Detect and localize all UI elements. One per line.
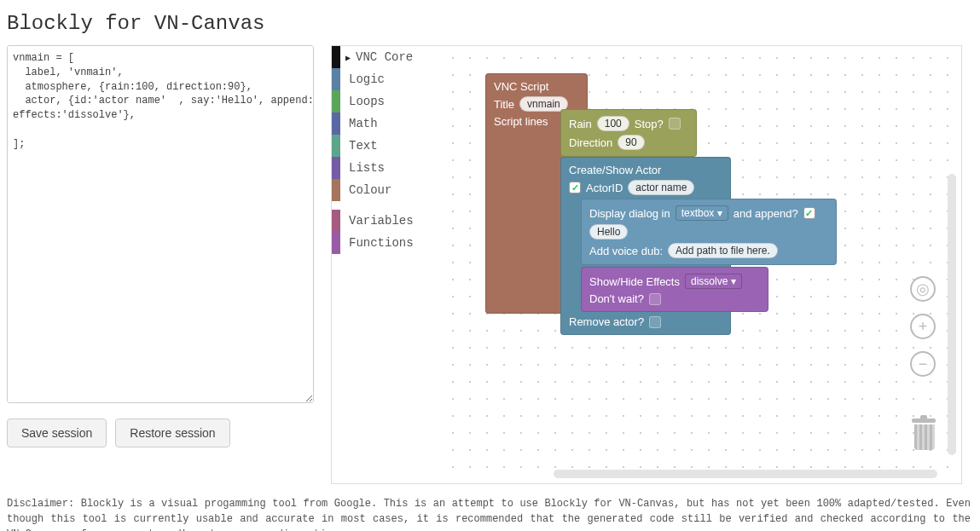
create-actor-label: Create/Show Actor [569, 164, 661, 176]
stop-label: Stop? [635, 118, 664, 130]
category-loops[interactable]: Loops [332, 90, 441, 113]
workspace-scrollbar-vertical[interactable] [948, 174, 956, 455]
dialog-target-dropdown[interactable]: textbox ▾ [676, 205, 728, 221]
page-title: Blockly for VN-Canvas [7, 12, 973, 35]
category-logic[interactable]: Logic [332, 68, 441, 90]
title-label: Title [494, 98, 514, 111]
voice-label: Add voice dub: [589, 245, 663, 257]
blockly-workspace[interactable]: VNC Core Logic Loops Math Text Lists Col… [331, 45, 962, 484]
block-dialog[interactable]: Display dialog in textbox ▾ and append? … [581, 199, 837, 265]
voice-field[interactable]: Add path to file here. [668, 243, 778, 258]
effects-dropdown[interactable]: dissolve ▾ [685, 274, 742, 289]
category-vnc-core[interactable]: VNC Core [332, 46, 441, 68]
direction-field[interactable]: 90 [618, 135, 644, 150]
disclaimer-text: Disclaimer: Blockly is a visual progammi… [7, 496, 971, 531]
zoom-center-icon[interactable]: ◎ [910, 276, 936, 302]
trash-icon[interactable] [912, 418, 937, 453]
say-field[interactable]: Hello [589, 224, 628, 240]
category-text[interactable]: Text [332, 135, 441, 157]
save-session-button[interactable]: Save session [7, 418, 107, 447]
block-atmosphere[interactable]: Rain 100 Stop? Direction 90 [560, 109, 697, 157]
remove-actor-checkbox[interactable] [649, 316, 661, 328]
zoom-out-icon[interactable]: − [910, 351, 936, 377]
generated-code-textarea[interactable] [7, 45, 314, 403]
dont-wait-checkbox[interactable] [649, 293, 661, 305]
dont-wait-label: Don't wait? [589, 292, 644, 305]
effects-label: Show/Hide Effects [589, 275, 680, 288]
block-actor[interactable]: Create/Show Actor ✓ ActorID actor name D… [560, 157, 731, 335]
zoom-controls: ◎ + − [910, 276, 936, 377]
restore-session-button[interactable]: Restore session [115, 418, 229, 447]
category-toolbox: VNC Core Logic Loops Math Text Lists Col… [332, 46, 441, 254]
dialog-pre-label: Display dialog in [589, 207, 670, 220]
script-lines-label: Script lines [494, 115, 548, 128]
stop-checkbox[interactable] [669, 118, 681, 130]
workspace-scrollbar-horizontal[interactable] [554, 470, 937, 478]
rain-label: Rain [569, 118, 592, 130]
dialog-post-label: and append? [734, 207, 798, 220]
zoom-in-icon[interactable]: + [910, 314, 936, 339]
remove-actor-label: Remove actor? [569, 315, 644, 328]
category-lists[interactable]: Lists [332, 157, 441, 179]
block-effects[interactable]: Show/Hide Effects dissolve ▾ Don't wait? [581, 267, 768, 312]
category-colour[interactable]: Colour [332, 179, 441, 201]
category-variables[interactable]: Variables [332, 210, 441, 232]
actorid-field[interactable]: actor name [628, 180, 694, 195]
actorid-checkbox[interactable]: ✓ [569, 182, 581, 193]
category-math[interactable]: Math [332, 113, 441, 135]
direction-label: Direction [569, 136, 612, 149]
actorid-label: ActorID [586, 182, 623, 194]
append-checkbox[interactable]: ✓ [803, 207, 815, 219]
rain-field[interactable]: 100 [597, 116, 629, 131]
script-header-label: VNC Script [494, 78, 579, 95]
category-functions[interactable]: Functions [332, 232, 441, 254]
